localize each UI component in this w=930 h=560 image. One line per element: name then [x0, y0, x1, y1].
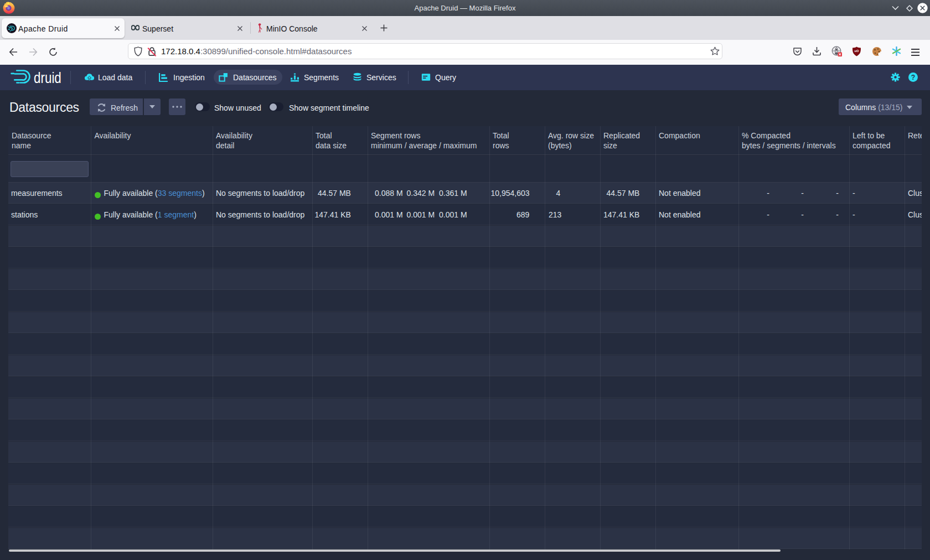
svg-text:uO: uO: [855, 49, 859, 53]
svg-text:?: ?: [911, 74, 916, 81]
